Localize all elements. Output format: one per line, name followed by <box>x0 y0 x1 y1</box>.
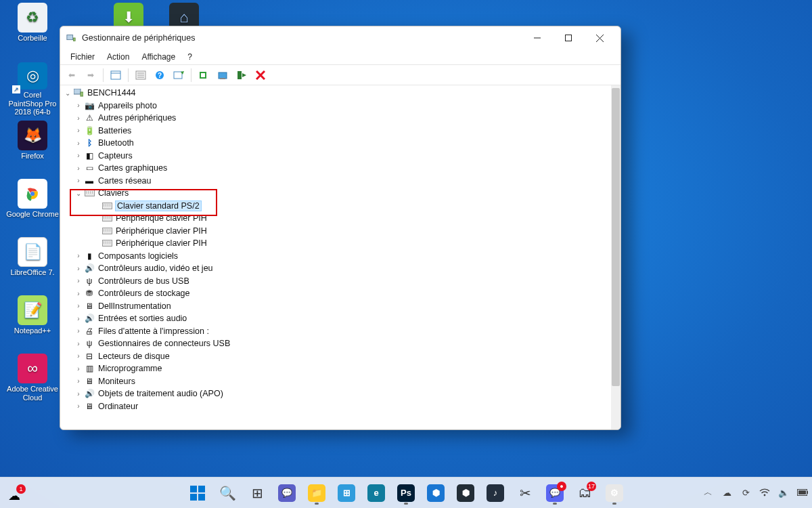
titlebar[interactable]: Gestionnaire de périphériques <box>60 26 621 49</box>
taskbar-widgets[interactable]: ☁1 <box>4 486 24 506</box>
tray-battery-icon[interactable] <box>797 487 808 498</box>
tree-category[interactable]: ›▭Cartes graphiques <box>60 162 611 175</box>
menu-action[interactable]: Action <box>101 50 135 64</box>
desktop-icon-adobecc[interactable]: ∞Adobe Creative Cloud↗ <box>5 354 60 408</box>
taskbar-photoshop-button[interactable]: Ps <box>393 480 419 506</box>
tree-category[interactable]: ›⚠Autres périphériques <box>60 112 611 125</box>
tree-device-keyboard[interactable]: Périphérique clavier PIH <box>60 237 611 250</box>
tray-chevron-icon[interactable]: ︿ <box>702 487 713 498</box>
tree-category[interactable]: ›🔊Objets de traitement audio (APO) <box>60 387 611 400</box>
taskbar-start-button[interactable] <box>185 480 210 506</box>
category-icon: 🖥 <box>83 301 95 312</box>
update-driver-button[interactable] <box>195 67 212 83</box>
svg-point-1 <box>30 192 35 196</box>
category-icon: ⛃ <box>83 288 95 299</box>
desktop-icon-chrome[interactable]: Google Chrome↗ <box>5 179 60 233</box>
tree-category[interactable]: ›📷Appareils photo <box>60 100 611 112</box>
scroll-thumb[interactable] <box>612 88 620 386</box>
tree-category[interactable]: ›▬Cartes réseau <box>60 175 611 188</box>
tray-wifi-icon[interactable] <box>759 487 770 498</box>
close-button[interactable] <box>584 28 615 48</box>
tree-category[interactable]: ›🖥Ordinateur <box>60 400 611 413</box>
taskbar-store-button[interactable]: ⊞ <box>334 480 359 506</box>
svg-rect-3 <box>74 38 76 41</box>
firefox-icon: 🦊 <box>18 121 47 150</box>
category-icon: 🔋 <box>83 125 95 136</box>
taskbar-search-button[interactable]: 🔍 <box>215 480 240 506</box>
svg-rect-19 <box>219 72 227 79</box>
uninstall-device-button[interactable] <box>214 67 231 83</box>
taskbar-explorer-button[interactable]: 📁 <box>304 480 330 506</box>
tree-category[interactable]: ›ψContrôleurs de bus USB <box>60 275 611 288</box>
tray-volume-icon[interactable]: 🔈 <box>778 487 789 498</box>
category-icon: ▬ <box>83 175 95 186</box>
tree-category-keyboards[interactable]: ⌄Claviers <box>60 187 611 200</box>
menubar: Fichier Action Affichage ? <box>60 49 621 65</box>
category-icon: ◧ <box>83 150 95 161</box>
tree-category[interactable]: ›◧Capteurs <box>60 150 611 163</box>
tree-category[interactable]: ›🖥DellInstrumentation <box>60 300 611 313</box>
category-icon: 🖥 <box>83 376 95 387</box>
desktop-icon-notepadpp[interactable]: 📝Notepad++↗ <box>5 295 60 350</box>
taskbar-devmgr-button[interactable]: ⚙ <box>602 480 627 506</box>
libreoffice-icon: 📄 <box>18 237 47 267</box>
taskbar-taskview-button[interactable]: ⊞ <box>244 480 270 506</box>
maximize-button[interactable] <box>553 28 584 48</box>
taskbar-amazon-music-button[interactable]: ♪ <box>482 480 508 506</box>
taskview-icon: ⊞ <box>252 485 263 501</box>
tree-category[interactable]: ›ᛒBluetooth <box>60 137 611 150</box>
tree-device-keyboard[interactable]: Périphérique clavier PIH <box>60 225 611 238</box>
desktop-icon-firefox[interactable]: 🦊Firefox↗ <box>5 121 60 175</box>
menu-help[interactable]: ? <box>181 50 198 64</box>
tree-category[interactable]: ›🔊Entrées et sorties audio <box>60 312 611 325</box>
tree-category[interactable]: ›🔋Batteries <box>60 125 611 137</box>
help-button[interactable]: ? <box>151 67 168 83</box>
tray-sync-icon[interactable]: ⟳ <box>740 487 751 498</box>
disable-device-button[interactable] <box>233 67 250 83</box>
desktop-icon-recycle[interactable]: ♻ Corbeille <box>5 3 60 57</box>
category-icon: ψ <box>83 276 95 287</box>
weather-icon[interactable]: ☁1 <box>4 486 24 506</box>
tree-root[interactable]: ⌄BENCH1444 <box>60 87 611 100</box>
taskbar-discord-button[interactable]: 💬● <box>542 480 568 506</box>
device-tree: ⌄BENCH1444›📷Appareils photo›⚠Autres péri… <box>60 85 621 429</box>
photoshop-icon: Ps <box>397 484 415 502</box>
minimize-button[interactable] <box>522 28 553 48</box>
tray-onedrive-icon[interactable]: ☁ <box>721 487 732 498</box>
device-manager-window: Gestionnaire de périphériques Fichier Ac… <box>60 26 621 430</box>
search-icon: 🔍 <box>219 485 236 501</box>
tree-category[interactable]: ›▮Composants logiciels <box>60 250 611 263</box>
tree-device-keyboard[interactable]: Périphérique clavier PIH <box>60 212 611 225</box>
category-icon: 🔊 <box>83 388 95 399</box>
icon-label: Corbeille <box>18 34 47 43</box>
taskbar-edge-button[interactable]: e <box>363 480 389 506</box>
show-hide-button[interactable] <box>107 67 125 83</box>
remove-device-button[interactable] <box>252 67 269 83</box>
snip-icon: ✂ <box>520 485 531 501</box>
tree-category[interactable]: ›▥Microprogramme <box>60 362 611 375</box>
taskbar-snip-button[interactable]: ✂ <box>512 480 538 506</box>
tree-category[interactable]: ›⛃Contrôleurs de stockage <box>60 287 611 300</box>
scan-button[interactable] <box>170 67 187 83</box>
tree-category[interactable]: ›🖨Files d'attente à l'impression : <box>60 325 611 338</box>
category-icon: ▭ <box>83 163 95 173</box>
hex1-icon: ⬢ <box>427 484 445 502</box>
svg-rect-18 <box>201 73 205 77</box>
tree-device-keyboard[interactable]: Clavier standard PS/2 <box>60 200 611 213</box>
desktop-icon-libreoffice[interactable]: 📄LibreOffice 7.↗ <box>5 237 60 291</box>
svg-rect-5 <box>566 35 572 41</box>
vertical-scrollbar[interactable] <box>611 85 621 429</box>
tree-category[interactable]: ›🔊Contrôleurs audio, vidéo et jeu <box>60 262 611 275</box>
tree-category[interactable]: ›⊟Lecteurs de disque <box>60 350 611 363</box>
tree-category[interactable]: ›ψGestionnaires de connecteurs USB <box>60 337 611 350</box>
properties-button[interactable] <box>132 67 150 83</box>
taskbar-hex1-button[interactable]: ⬢ <box>423 480 449 506</box>
menu-view[interactable]: Affichage <box>135 50 181 64</box>
tree-category[interactable]: ›🖥Moniteurs <box>60 375 611 388</box>
taskbar-hex2-button[interactable]: ⬢ <box>453 480 478 506</box>
keyboard-icon <box>101 226 113 236</box>
menu-file[interactable]: Fichier <box>64 50 101 64</box>
amazon-music-icon: ♪ <box>487 484 504 502</box>
taskbar-chat-button[interactable]: 💬 <box>274 480 300 506</box>
taskbar-office-button[interactable]: 🗂17 <box>572 480 597 506</box>
